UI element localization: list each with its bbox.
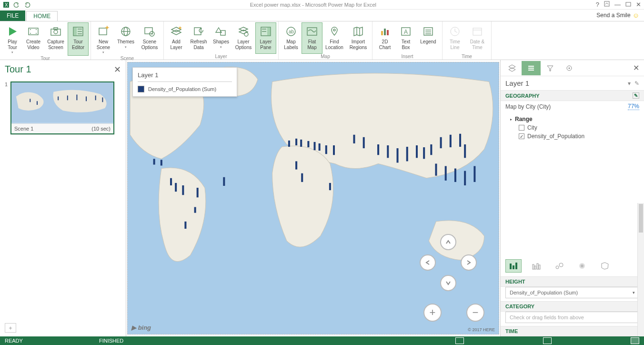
layer-tab-filter-icon[interactable] — [541, 61, 560, 75]
close-icon[interactable]: ✕ — [636, 1, 641, 8]
layer-pane-tabs: ✕ — [501, 60, 644, 76]
clock-icon — [449, 24, 461, 39]
svg-rect-120 — [537, 264, 538, 269]
refresh-data-button[interactable]: Refresh Data — [187, 22, 211, 54]
chevron-down-icon: ▾ — [125, 45, 127, 49]
legend-button[interactable]: Legend — [416, 22, 440, 54]
ribbon-group-layer: ✦ Add Layer Refresh Data Shapes ▾ Layer … — [164, 21, 279, 60]
redo-icon[interactable] — [24, 1, 30, 8]
minimize-icon[interactable]: — — [614, 1, 621, 8]
layer-options-button[interactable]: Layer Options — [231, 22, 255, 54]
flat-map-button[interactable]: Flat Map — [302, 22, 322, 54]
camera-icon — [50, 24, 62, 39]
rename-layer-icon[interactable]: ✎ — [634, 80, 639, 87]
tree-node-density[interactable]: ✓ Density_of_Population — [510, 132, 639, 141]
bar-chart-icon — [379, 24, 391, 39]
svg-point-9 — [36, 33, 37, 34]
tour-editor-button[interactable]: Tour Editor — [68, 22, 89, 56]
viz-clustered-column-icon[interactable] — [528, 259, 544, 273]
svg-point-123 — [559, 263, 563, 267]
date-time-button: Date & Time — [465, 22, 489, 54]
map-labels-button[interactable]: ab Map Labels — [281, 22, 302, 54]
shapes-button[interactable]: Shapes ▾ — [211, 22, 231, 54]
map-legend[interactable]: Layer 1 Density_of_Population (Sum) — [132, 67, 237, 97]
layer-tab-fields-icon[interactable] — [522, 61, 541, 75]
view-mode-1-icon[interactable] — [455, 337, 464, 344]
layer-pane-button[interactable]: Layer Pane — [255, 22, 276, 54]
find-location-button[interactable]: Find Location — [322, 22, 346, 54]
checkbox-density[interactable]: ✓ — [519, 133, 524, 139]
group-label-map: Map — [281, 54, 370, 60]
layers-add-icon: ✦ — [170, 24, 182, 39]
add-layer-button[interactable]: ✦ Add Layer — [166, 22, 187, 54]
height-field[interactable]: Density_of_Population (Sum) ▾ — [505, 287, 639, 298]
geo-confidence[interactable]: 77% — [628, 103, 639, 110]
checkbox-city[interactable] — [519, 125, 524, 131]
view-mode-2-icon[interactable] — [543, 337, 552, 344]
ribbon-group-scene: ✦ New Scene ▾ Themes ▾ Scene Options Sce… — [91, 21, 164, 60]
layer-tab-settings-icon[interactable] — [560, 61, 579, 75]
capture-screen-button[interactable]: Capture Screen — [44, 22, 68, 56]
svg-text:✦: ✦ — [104, 25, 110, 31]
tour-editor-pane: Tour 1 ✕ 1 — [0, 60, 126, 336]
chevron-down-icon[interactable]: ▾ — [633, 290, 635, 295]
layer-pane: ✕ Layer 1 ▾ ✎ GEOGRAPHY ✎ Map by City (C… — [500, 60, 644, 336]
scene-card[interactable]: Scene 1 (10 sec) — [10, 81, 114, 134]
view-mode-3-icon[interactable] — [631, 337, 639, 344]
svg-rect-121 — [539, 265, 540, 269]
svg-point-114 — [569, 67, 570, 69]
right-pane-scrollbar[interactable] — [637, 203, 644, 336]
zoom-out-button[interactable]: − — [466, 304, 484, 322]
import-regions-button[interactable]: Import Regions — [346, 22, 370, 54]
globe-icon — [120, 24, 132, 39]
legend-series-label: Density_of_Population (Sum) — [148, 86, 216, 92]
svg-rect-37 — [267, 27, 271, 36]
svg-rect-119 — [534, 266, 536, 269]
layer-tab-layers-icon[interactable] — [503, 61, 522, 75]
legend-swatch — [138, 86, 144, 92]
main-area: Tour 1 ✕ 1 — [0, 60, 644, 336]
text-box-button[interactable]: A Text Box — [395, 22, 416, 54]
svg-rect-118 — [533, 264, 534, 269]
zoom-in-button[interactable]: + — [423, 304, 442, 322]
send-smile-label: Send a Smile — [596, 12, 630, 19]
viz-region-icon[interactable] — [597, 259, 613, 273]
tree-node-city[interactable]: City — [510, 123, 639, 132]
calendar-icon — [471, 24, 483, 39]
close-layer-pane-icon[interactable]: ✕ — [630, 63, 642, 72]
add-scene-button[interactable]: ＋ — [5, 323, 16, 333]
pan-right-button[interactable] — [461, 254, 477, 271]
help-icon[interactable]: ? — [596, 1, 599, 8]
scene-options-button[interactable]: Scene Options — [138, 22, 161, 56]
themes-button[interactable]: Themes ▾ — [114, 22, 138, 56]
play-tour-button[interactable]: Play Tour ▾ — [2, 22, 23, 56]
pan-up-button[interactable] — [440, 234, 456, 250]
category-field[interactable]: Check or drag fields from above — [505, 312, 639, 323]
create-video-button[interactable]: Create Video — [23, 22, 44, 56]
viz-heatmap-icon[interactable] — [574, 259, 590, 273]
tree-node-range[interactable]: ▸ Range — [510, 115, 639, 123]
close-tour-pane-icon[interactable]: ✕ — [114, 64, 121, 75]
legend-title: Layer 1 — [138, 71, 232, 82]
svg-rect-3 — [626, 2, 631, 6]
ribbon-collapse-icon[interactable] — [604, 1, 610, 8]
undo-icon[interactable] — [13, 1, 20, 8]
edit-geo-icon[interactable]: ✎ — [633, 92, 639, 99]
pan-down-button[interactable] — [440, 275, 456, 291]
tab-home[interactable]: HOME — [26, 11, 58, 21]
new-scene-button[interactable]: ✦ New Scene ▾ — [93, 22, 114, 56]
send-smile-button[interactable]: Send a Smile ☺ — [592, 10, 644, 21]
svg-marker-33 — [239, 27, 248, 31]
tab-file[interactable]: FILE — [0, 10, 25, 21]
2d-chart-button[interactable]: 2D Chart — [374, 22, 395, 54]
viz-bubble-icon[interactable] — [551, 259, 567, 273]
new-scene-icon: ✦ — [97, 24, 110, 39]
viz-stacked-column-icon[interactable] — [505, 259, 522, 273]
map-canvas[interactable]: Layer 1 Density_of_Population (Sum) + − … — [127, 62, 499, 335]
refresh-icon — [192, 24, 205, 39]
maximize-icon[interactable] — [625, 1, 631, 8]
pan-left-button[interactable] — [420, 254, 436, 271]
scrollbar-thumb[interactable] — [639, 204, 643, 233]
layer-dropdown-icon[interactable]: ▾ — [628, 80, 631, 87]
scene-thumb — [11, 82, 113, 123]
